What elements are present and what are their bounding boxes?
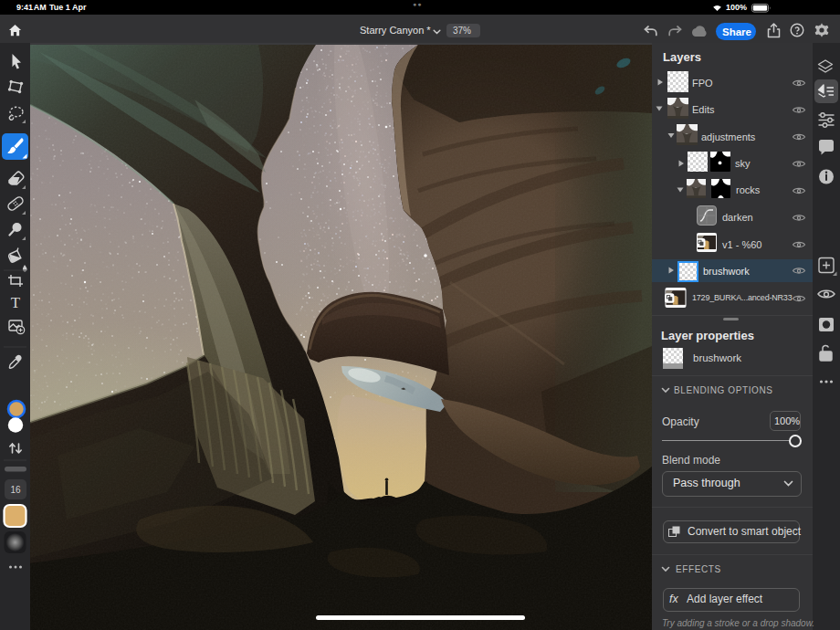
svg-text:T: T <box>11 294 21 311</box>
svg-text:16: 16 <box>10 485 21 495</box>
